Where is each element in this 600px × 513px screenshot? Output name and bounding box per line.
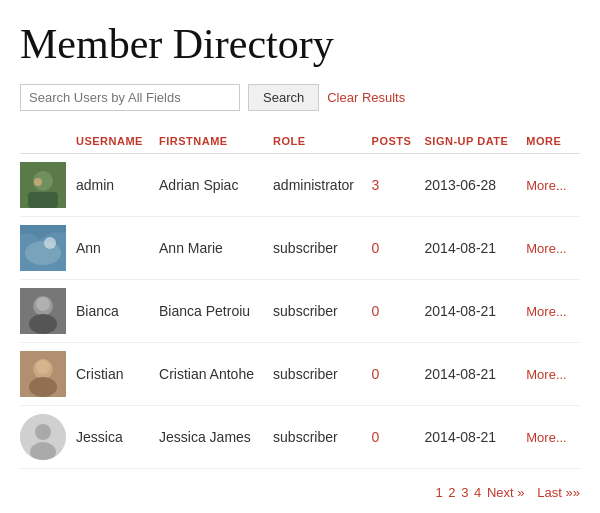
role-cell: subscriber <box>273 343 372 406</box>
col-posts: POSTS <box>372 129 425 154</box>
pagination: 1 2 3 4 Next » Last »» <box>20 485 580 500</box>
svg-point-16 <box>35 424 51 440</box>
col-role: ROLE <box>273 129 372 154</box>
posts-cell: 0 <box>372 406 425 469</box>
role-cell: subscriber <box>273 217 372 280</box>
svg-point-13 <box>29 377 57 397</box>
avatar <box>20 414 66 460</box>
search-bar: Search Clear Results <box>20 84 580 111</box>
username-cell: Jessica <box>76 406 159 469</box>
table-row: adminAdrian Spiacadministrator32013-06-2… <box>20 154 580 217</box>
signup-date-cell: 2014-08-21 <box>425 406 527 469</box>
role-cell: subscriber <box>273 280 372 343</box>
clear-results-link[interactable]: Clear Results <box>327 90 405 105</box>
avatar-cell <box>20 406 76 469</box>
more-link[interactable]: More... <box>526 430 566 445</box>
table-header-row: USERNAME FIRSTNAME ROLE POSTS SIGN-UP DA… <box>20 129 580 154</box>
firstname-cell: Ann Marie <box>159 217 273 280</box>
username-cell: Cristian <box>76 343 159 406</box>
posts-cell: 0 <box>372 217 425 280</box>
table-row: BiancaBianca Petroiusubscriber02014-08-2… <box>20 280 580 343</box>
more-link[interactable]: More... <box>526 304 566 319</box>
col-avatar <box>20 129 76 154</box>
page-1-link[interactable]: 1 <box>435 485 442 500</box>
more-link[interactable]: More... <box>526 367 566 382</box>
firstname-cell: Cristian Antohe <box>159 343 273 406</box>
posts-cell: 0 <box>372 343 425 406</box>
avatar <box>20 351 66 397</box>
avatar-cell <box>20 217 76 280</box>
col-firstname: FIRSTNAME <box>159 129 273 154</box>
more-cell: More... <box>526 406 580 469</box>
more-cell: More... <box>526 154 580 217</box>
more-cell: More... <box>526 343 580 406</box>
avatar <box>20 288 66 334</box>
search-input[interactable] <box>20 84 240 111</box>
page-2-link[interactable]: 2 <box>448 485 455 500</box>
more-cell: More... <box>526 217 580 280</box>
members-table: USERNAME FIRSTNAME ROLE POSTS SIGN-UP DA… <box>20 129 580 469</box>
next-link[interactable]: Next » <box>487 485 525 500</box>
svg-point-14 <box>36 360 50 374</box>
svg-rect-2 <box>28 192 58 208</box>
more-link[interactable]: More... <box>526 178 566 193</box>
avatar <box>20 225 66 271</box>
table-row: CristianCristian Antohesubscriber02014-0… <box>20 343 580 406</box>
signup-date-cell: 2013-06-28 <box>425 154 527 217</box>
svg-point-10 <box>36 297 50 311</box>
signup-date-cell: 2014-08-21 <box>425 217 527 280</box>
posts-cell: 0 <box>372 280 425 343</box>
svg-point-3 <box>34 178 42 186</box>
role-cell: administrator <box>273 154 372 217</box>
avatar-cell <box>20 154 76 217</box>
page-title: Member Directory <box>20 0 580 84</box>
username-cell: admin <box>76 154 159 217</box>
signup-date-cell: 2014-08-21 <box>425 280 527 343</box>
search-button[interactable]: Search <box>248 84 319 111</box>
role-cell: subscriber <box>273 406 372 469</box>
username-cell: Bianca <box>76 280 159 343</box>
col-more: MORE <box>526 129 580 154</box>
avatar-cell <box>20 280 76 343</box>
svg-point-6 <box>44 237 56 249</box>
page-4-link[interactable]: 4 <box>474 485 481 500</box>
svg-point-9 <box>29 314 57 334</box>
table-row: JessicaJessica Jamessubscriber02014-08-2… <box>20 406 580 469</box>
page-3-link[interactable]: 3 <box>461 485 468 500</box>
col-username: USERNAME <box>76 129 159 154</box>
col-signup-date: SIGN-UP DATE <box>425 129 527 154</box>
last-link[interactable]: Last »» <box>537 485 580 500</box>
more-link[interactable]: More... <box>526 241 566 256</box>
avatar <box>20 162 66 208</box>
signup-date-cell: 2014-08-21 <box>425 343 527 406</box>
table-row: AnnAnn Mariesubscriber02014-08-21More... <box>20 217 580 280</box>
firstname-cell: Jessica James <box>159 406 273 469</box>
avatar-cell <box>20 343 76 406</box>
username-cell: Ann <box>76 217 159 280</box>
firstname-cell: Adrian Spiac <box>159 154 273 217</box>
posts-cell: 3 <box>372 154 425 217</box>
more-cell: More... <box>526 280 580 343</box>
firstname-cell: Bianca Petroiu <box>159 280 273 343</box>
